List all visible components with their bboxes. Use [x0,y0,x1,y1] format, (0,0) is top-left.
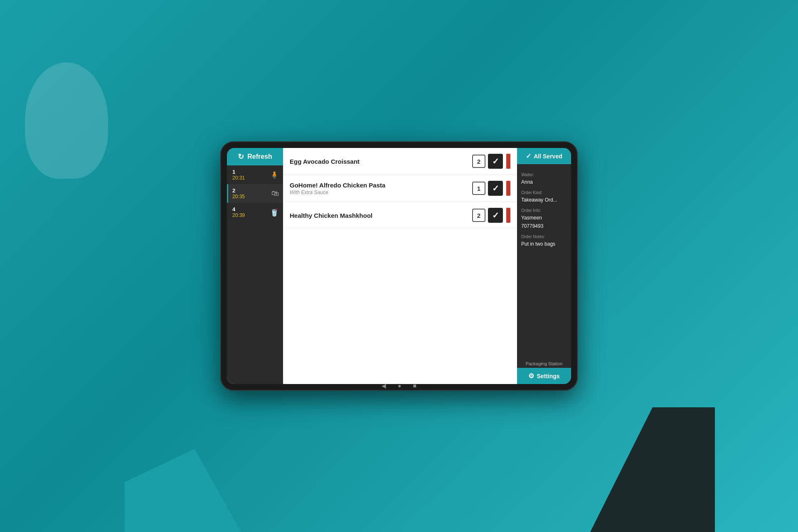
order-1-time: 20:31 [232,175,268,181]
food-item-1-check-button[interactable]: ✓ [488,154,503,169]
food-item-1-controls: 2 ✓ [472,154,510,169]
food-item-2-name: GoHome! Alfredo Chicken Pasta With Extra… [290,182,472,195]
order-item-4-info: 4 20:39 [232,206,268,218]
food-item-2-qty: 1 [472,182,485,195]
food-item-3-check-button[interactable]: ✓ [488,208,503,223]
cup-icon: 🥤 [270,208,279,217]
order-1-number: 1 [232,169,268,175]
food-item-2-subtitle: With Extra Sauce [290,190,472,195]
order-item-1[interactable]: 1 20:31 🧍 [227,165,283,184]
food-item-3-red-bar [506,208,510,223]
gear-icon: ⚙ [528,372,534,380]
app-layout: ↻ Refresh 1 20:31 🧍 [227,148,571,384]
tablet-navigation: ◀ ● ■ [382,382,416,389]
food-item-1-qty: 2 [472,155,485,168]
sidebar: ↻ Refresh 1 20:31 🧍 [227,148,283,384]
home-button[interactable]: ● [398,382,401,389]
person-icon: 🧍 [270,170,279,180]
order-item-2[interactable]: 2 20:35 🛍 [227,184,283,203]
checkmark-icon-2: ✓ [492,183,499,193]
food-item-3-controls: 2 ✓ [472,208,510,223]
station-label: Packaging Station [517,358,571,368]
food-item-3-qty: 2 [472,209,485,222]
recents-button[interactable]: ■ [413,382,416,389]
refresh-icon: ↻ [238,152,244,161]
food-item-2-controls: 1 ✓ [472,181,510,196]
food-item-2-check-button[interactable]: ✓ [488,181,503,196]
order-notes-label: Order Notes: [521,234,567,240]
waiter-label: Waiter: [521,172,567,178]
waiter-value: Anna [521,178,567,186]
food-item-1: Egg Avocado Croissant 2 ✓ [283,148,517,175]
order-info-label: Order Info: [521,207,567,214]
refresh-button[interactable]: ↻ Refresh [227,148,283,165]
food-item-2-title: GoHome! Alfredo Chicken Pasta [290,182,472,189]
food-item-1-red-bar [506,154,510,169]
food-item-2: GoHome! Alfredo Chicken Pasta With Extra… [283,175,517,202]
all-served-check-icon: ✓ [526,152,531,160]
checkmark-icon-3: ✓ [492,210,499,220]
checkmark-icon-1: ✓ [492,156,499,166]
order-info-phone: 70779493 [521,222,567,230]
all-served-label: All Served [534,153,562,160]
settings-label: Settings [537,373,559,379]
food-item-3-name: Healthy Chicken Mashkhool [290,212,472,219]
all-served-button[interactable]: ✓ All Served [517,148,571,164]
food-item-2-red-bar [506,181,510,196]
order-info-name: Yasmeen [521,214,567,222]
order-item-4[interactable]: 4 20:39 🥤 [227,203,283,222]
settings-button[interactable]: ⚙ Settings [517,368,571,384]
bag-icon: 🛍 [271,189,279,198]
order-4-number: 4 [232,206,268,212]
right-panel: ✓ All Served Waiter: Anna Order Kind: Ta… [517,148,571,384]
tablet-screen: ↻ Refresh 1 20:31 🧍 [227,148,571,384]
tablet-device: ↻ Refresh 1 20:31 🧍 [220,141,578,391]
order-notes-value: Put in two bags [521,240,567,248]
order-2-time: 20:35 [232,194,270,200]
order-item-2-info: 2 20:35 [232,187,270,200]
food-item-3: Healthy Chicken Mashkhool 2 ✓ [283,202,517,229]
food-item-1-title: Egg Avocado Croissant [290,158,472,165]
order-2-number: 2 [232,187,270,194]
order-details: Waiter: Anna Order Kind: Takeaway Ord...… [517,164,571,358]
order-kind-value: Takeaway Ord... [521,196,567,204]
back-button[interactable]: ◀ [382,382,386,389]
center-content: Egg Avocado Croissant 2 ✓ [283,148,517,384]
refresh-label: Refresh [247,153,272,160]
order-kind-label: Order Kind: [521,190,567,196]
items-list: Egg Avocado Croissant 2 ✓ [283,148,517,384]
order-4-time: 20:39 [232,212,268,218]
order-item-1-info: 1 20:31 [232,169,268,181]
decorative-blob [25,62,108,179]
food-item-3-title: Healthy Chicken Mashkhool [290,212,472,219]
order-list: 1 20:31 🧍 2 20:35 🛍 [227,165,283,384]
food-item-1-name: Egg Avocado Croissant [290,158,472,165]
